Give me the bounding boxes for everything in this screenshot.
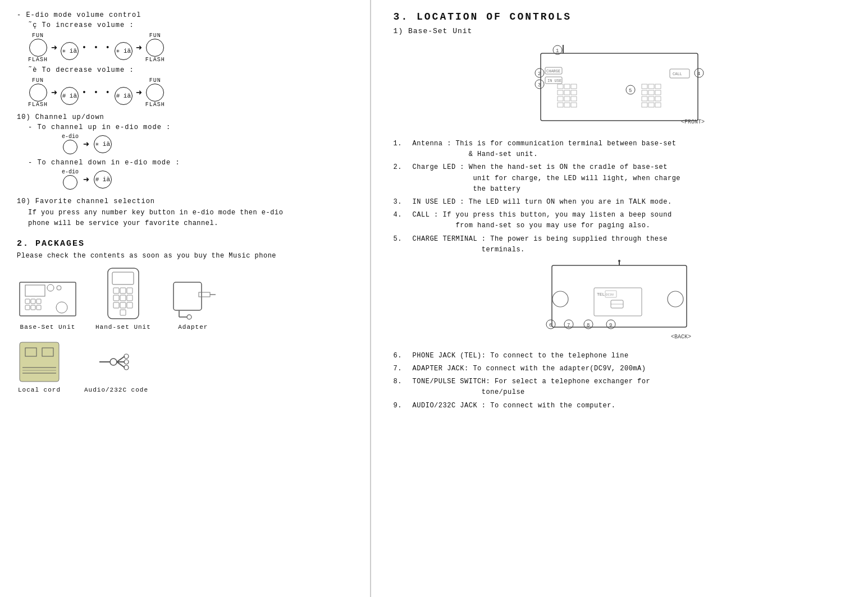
- svg-rect-12: [112, 272, 134, 284]
- svg-rect-21: [127, 302, 133, 308]
- dots-2: • • •: [82, 88, 111, 97]
- channel-up-row: e-dio ➜ ✳ iä: [62, 134, 353, 154]
- desc-text-9: AUDIO/232C JACK : To connect with the co…: [413, 401, 616, 411]
- fun-label-4: FUN: [149, 77, 161, 84]
- hash-group-2: # iä: [115, 81, 133, 105]
- svg-rect-75: [655, 84, 661, 89]
- star-fun-1: [67, 36, 71, 42]
- svg-rect-72: [571, 103, 577, 107]
- hash-ch-btn[interactable]: # iä: [94, 171, 112, 189]
- arrow-2: ➜: [136, 42, 142, 54]
- svg-text:1: 1: [556, 48, 559, 54]
- hash-fun-2: [121, 81, 125, 87]
- edioLabel-1: e-dio: [62, 134, 79, 154]
- svg-rect-77: [648, 90, 654, 95]
- svg-text:<BACK>: <BACK>: [671, 334, 691, 340]
- svg-rect-82: [642, 103, 647, 107]
- decrease-diagram: FUN FLASH ➜ # iä • • • # iä ➜ FUN FLASH: [28, 77, 353, 108]
- svg-point-28: [187, 315, 191, 319]
- hash-fun-1: [67, 81, 71, 87]
- svg-rect-79: [642, 97, 647, 101]
- svg-rect-23: [173, 282, 202, 310]
- hash-btn-1[interactable]: # iä: [61, 87, 79, 105]
- star-group-1: ✳ iä: [61, 36, 79, 60]
- svg-text:2: 2: [538, 71, 541, 77]
- edioLabel-2: e-dio: [62, 169, 79, 190]
- base-set-img: [17, 277, 79, 322]
- edio-btn-1[interactable]: [63, 140, 77, 154]
- svg-rect-65: [564, 90, 570, 95]
- svg-rect-81: [655, 97, 661, 101]
- package-audio-cord: Audio/232C code: [84, 339, 148, 393]
- svg-point-88: [618, 260, 620, 262]
- svg-rect-19: [113, 302, 119, 308]
- svg-text:8: 8: [587, 323, 590, 328]
- ch-arrow-2: ➜: [83, 173, 89, 186]
- front-svg: 1 2 3 CHARGE IN USE 4 CALL 5: [507, 42, 732, 132]
- svg-rect-84: [655, 103, 661, 107]
- star-fun-2: [121, 36, 125, 42]
- desc-text-8: TONE/PULSE SWITCH: For select a telephon…: [413, 376, 651, 398]
- arrow-3: ➜: [51, 86, 57, 99]
- right-title: 3. LOCATION OF CONTROLS: [394, 11, 846, 22]
- package-adapter: Adapter: [168, 277, 218, 330]
- package-local-cord: Local cord: [17, 339, 62, 393]
- edio-btn-2[interactable]: [63, 175, 77, 190]
- desc-text-4: CALL : If you press this button, you may…: [413, 210, 672, 231]
- svg-rect-86: [552, 265, 687, 327]
- svg-rect-62: [564, 84, 570, 89]
- desc-num-5: 5.: [394, 234, 409, 255]
- desc-text-3: IN USE LED : The LED will turn ON when y…: [413, 197, 672, 208]
- svg-text:6: 6: [549, 323, 552, 328]
- local-cord-img: [17, 339, 62, 384]
- svg-rect-22: [120, 310, 126, 315]
- svg-rect-14: [120, 288, 126, 293]
- svg-rect-63: [571, 84, 577, 89]
- svg-text:CALL: CALL: [673, 72, 682, 76]
- ch-arrow-1: ➜: [83, 138, 89, 150]
- svg-point-98: [668, 291, 683, 307]
- svg-rect-78: [655, 90, 661, 95]
- svg-rect-76: [642, 90, 647, 95]
- svg-rect-73: [642, 84, 647, 89]
- increase-diagram: FUN FLASH ➜ ✳ iä • • • ✳ iä ➜ FUN FLASH: [28, 33, 353, 63]
- svg-rect-67: [558, 97, 563, 101]
- fun-btn-3[interactable]: [29, 84, 47, 102]
- svg-rect-64: [558, 90, 563, 95]
- flash-label-4: FLASH: [145, 102, 165, 108]
- svg-text:3: 3: [538, 82, 541, 88]
- desc-text-6: PHONE JACK (TEL): To connect to the tele…: [413, 351, 629, 361]
- edio-lbl-2: e-dio: [62, 169, 79, 175]
- desc-7: 7. ADAPTER JACK: To connect with the ada…: [394, 364, 846, 374]
- desc-6: 6. PHONE JACK (TEL): To connect to the t…: [394, 351, 846, 361]
- fun-btn-2[interactable]: [146, 39, 164, 57]
- channel-down-row: e-dio ➜ # iä: [62, 169, 353, 190]
- star-ch-btn[interactable]: ✳ iä: [94, 135, 112, 153]
- fun-btn-4[interactable]: [146, 84, 164, 102]
- svg-rect-7: [25, 305, 30, 310]
- favorite-text: If you press any number key button in e-…: [28, 208, 353, 229]
- audio-cord-img: [94, 339, 139, 384]
- flash-label-2: FLASH: [145, 57, 165, 63]
- fun-group-4: FUN FLASH: [145, 77, 165, 108]
- right-panel: 3. LOCATION OF CONTROLS 1) Base-Set Unit…: [371, 0, 868, 597]
- svg-text:7: 7: [567, 323, 570, 328]
- hash-btn-2[interactable]: # iä: [115, 87, 133, 105]
- star-btn-2[interactable]: ✳ iä: [115, 42, 133, 60]
- channel-title: 10) Channel up/down: [17, 113, 353, 121]
- desc-num-3: 3.: [394, 197, 409, 208]
- svg-rect-9: [36, 305, 41, 310]
- fun-group-3: FUN FLASH: [28, 77, 48, 108]
- fun-btn-1[interactable]: [29, 39, 47, 57]
- desc-list-6-9: 6. PHONE JACK (TEL): To connect to the t…: [394, 351, 846, 411]
- handset-label: Hand-set Unit: [95, 324, 151, 330]
- svg-rect-69: [571, 97, 577, 101]
- local-cord-label: Local cord: [18, 387, 61, 393]
- svg-rect-83: [648, 103, 654, 107]
- svg-point-3: [57, 286, 61, 290]
- base-set-label: Base-Set Unit: [20, 324, 76, 330]
- svg-text:IN USE: IN USE: [547, 79, 561, 83]
- star-btn-1[interactable]: ✳ iä: [61, 42, 79, 60]
- left-panel: - E-dio mode volume control ˜ç To increa…: [0, 0, 371, 597]
- svg-point-42: [124, 365, 129, 370]
